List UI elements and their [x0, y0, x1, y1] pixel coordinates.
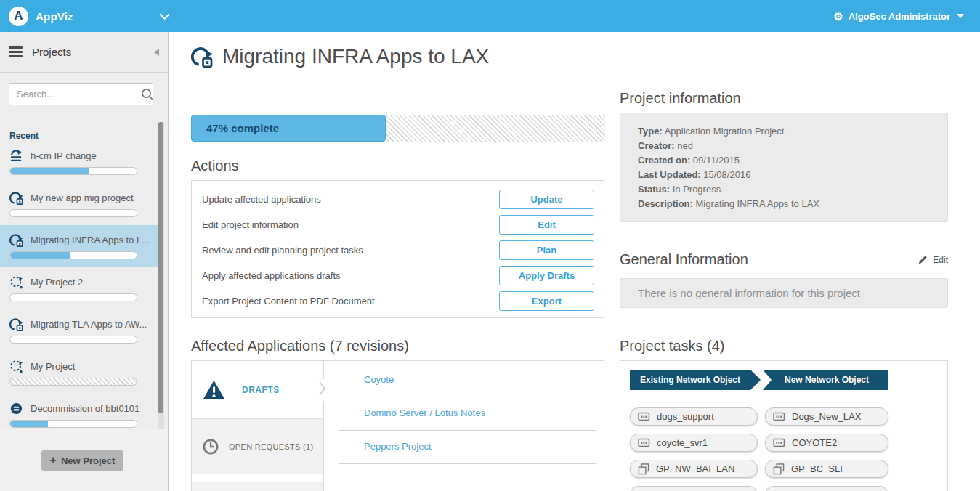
action-label: Update affected applications [202, 194, 321, 205]
sidebar-search-area [0, 73, 168, 121]
application-link[interactable]: Coyote [364, 374, 394, 385]
search-input[interactable] [9, 83, 153, 105]
brand-menu[interactable]: A AppViz [9, 7, 170, 26]
action-row: Export Project Content to PDF Document E… [192, 288, 604, 314]
sidebar-item-project[interactable]: Migrating INFRA Apps to L... [0, 225, 163, 267]
task-row: TRW_1711_SCR-DS1_EXT TRW_1711_SCR-DS1_GA… [630, 486, 888, 491]
network-object-pill[interactable]: dogs_support [630, 407, 758, 426]
affected-applications-heading: Affected Applications (7 revisions) [191, 338, 409, 354]
project-progress-bar [9, 378, 137, 386]
sidebar-item-project[interactable]: My Project 2 [0, 267, 163, 309]
chevron-down-icon[interactable] [159, 13, 170, 20]
page-title-block: Migrating INFRA Apps to LAX [191, 45, 489, 68]
recent-section-label: Recent [0, 122, 169, 141]
group-icon [638, 463, 649, 475]
progress-fill: 47% complete [191, 115, 386, 142]
project-progress-bar: 47% complete [191, 115, 605, 142]
page-title: Migrating INFRA Apps to LAX [222, 45, 489, 68]
projects-sidebar: Projects Recent h-cm IP change [0, 32, 169, 491]
progress-label: 47% complete [206, 122, 279, 134]
project-tasks-panel: Existing Network Object New Network Obje… [620, 360, 948, 491]
project-name: Migrating TLA Apps to AW... [31, 319, 147, 330]
top-navigation-bar: A AppViz ⚙ AlgoSec Administrator [0, 0, 980, 32]
warning-icon [202, 379, 226, 401]
recent-projects-list: Recent h-cm IP change My new app mig pro… [0, 122, 169, 429]
info-field: Status: In Progress [638, 182, 930, 197]
search-icon[interactable] [141, 88, 153, 100]
project-name: My Project [31, 361, 75, 372]
update-button[interactable]: Update [499, 190, 594, 209]
project-tasks-heading: Project tasks (4) [620, 338, 724, 354]
affected-applications-panel: DRAFTS OPEN REQUESTS (1) Coyote Domino S… [191, 360, 604, 491]
main-content: Migrating INFRA Apps to LAX 47% complete… [169, 32, 980, 491]
existing-network-object-header: Existing Network Object [630, 370, 761, 390]
scrollbar-thumb[interactable] [158, 122, 163, 413]
project-name: Decommission of bbt0101 [31, 403, 139, 414]
edit-button[interactable]: Edit [499, 215, 594, 235]
info-field: Last Updated: 15/08/2016 [638, 168, 930, 182]
action-row: Update affected applications Update [192, 187, 604, 212]
project-information-panel: Type: Application Migration Project Crea… [620, 113, 948, 222]
network-object-pill[interactable]: GP_NW_BAI_LAN [630, 460, 758, 478]
export-button[interactable]: Export [499, 291, 594, 311]
general-information-empty-panel: There is no general information for this… [620, 278, 948, 308]
app-migration-icon [191, 45, 213, 68]
project-progress-bar [9, 420, 137, 428]
hamburger-menu-icon[interactable] [9, 46, 23, 57]
affected-tabs-column: DRAFTS OPEN REQUESTS (1) [192, 361, 324, 491]
info-field: Created on: 09/11/2015 [638, 153, 930, 168]
project-progress-bar [9, 167, 137, 175]
application-link[interactable]: Domino Server / Lotus Notes [364, 407, 485, 418]
sidebar-header: Projects [0, 32, 168, 73]
host-icon [638, 438, 650, 447]
appviz-window: A AppViz ⚙ AlgoSec Administrator Project… [0, 0, 980, 491]
network-object-pill[interactable]: COYOTE2 [765, 434, 888, 452]
project-icon [9, 360, 23, 373]
sidebar-scrollbar[interactable] [158, 122, 164, 429]
task-row: dogs_support Dogs_New_LAX [630, 407, 888, 426]
network-object-pill[interactable]: TRW_1711_SCR-DS1_EXT [630, 486, 758, 491]
action-label: Review and edit planning project tasks [202, 245, 363, 256]
task-row: coyote_svr1 COYOTE2 [630, 434, 888, 452]
app-migration-icon [9, 191, 23, 205]
project-name: My Project 2 [31, 277, 83, 288]
general-information-header: General Information Edit [620, 251, 948, 268]
tab-open-requests[interactable]: OPEN REQUESTS (1) [192, 419, 323, 474]
network-object-pill[interactable]: GP_BC_SLI [765, 460, 888, 478]
project-progress-bar [9, 209, 137, 217]
network-object-pill[interactable]: Dogs_New_LAX [765, 407, 888, 426]
user-menu[interactable]: ⚙ AlgoSec Administrator [833, 11, 964, 22]
apply-drafts-button[interactable]: Apply Drafts [499, 266, 594, 285]
action-row: Review and edit planning project tasks P… [192, 238, 604, 263]
collapse-sidebar-icon[interactable] [154, 49, 159, 56]
new-project-button[interactable]: + New Project [41, 450, 123, 471]
project-name: h-cm IP change [31, 150, 97, 161]
draft-application-links: Coyote Domino Server / Lotus Notes Peppe… [324, 361, 604, 464]
project-icon [9, 275, 23, 289]
tab-next-partial[interactable] [192, 482, 323, 491]
project-name: Migrating INFRA Apps to L... [31, 235, 150, 246]
sidebar-item-project[interactable]: My Project [0, 352, 163, 394]
network-object-pill[interactable]: coyote_svr1 [630, 434, 758, 452]
sidebar-item-project[interactable]: Migrating TLA Apps to AW... [0, 309, 163, 352]
project-information-heading: Project information [620, 90, 741, 107]
decommission-icon [9, 402, 23, 415]
network-object-pill[interactable]: TRW_1711_SCR-DS1_GARDEN [765, 486, 888, 491]
app-migration-icon [9, 233, 23, 247]
info-field: Creator: ned [638, 139, 930, 153]
action-row: Apply affected applications drafts Apply… [192, 263, 604, 288]
list-item: Peppers Project [339, 431, 596, 464]
application-link[interactable]: Peppers Project [364, 441, 432, 452]
sidebar-item-project[interactable]: My new app mig progect [0, 183, 163, 225]
plan-button[interactable]: Plan [499, 240, 594, 260]
tab-drafts[interactable]: DRAFTS [192, 361, 323, 419]
sidebar-item-project[interactable]: h-cm IP change [0, 141, 163, 183]
task-row: GP_NW_BAI_LAN GP_BC_SLI [630, 460, 888, 478]
group-icon [773, 463, 785, 475]
list-item: Domino Server / Lotus Notes [339, 397, 596, 431]
edit-general-info-link[interactable]: Edit [918, 255, 948, 265]
host-icon [773, 438, 785, 447]
ip-change-icon [9, 149, 23, 163]
appviz-logo-icon: A [9, 7, 28, 26]
info-field: Description: Migrating INFRA Apps to LAX [638, 197, 930, 211]
